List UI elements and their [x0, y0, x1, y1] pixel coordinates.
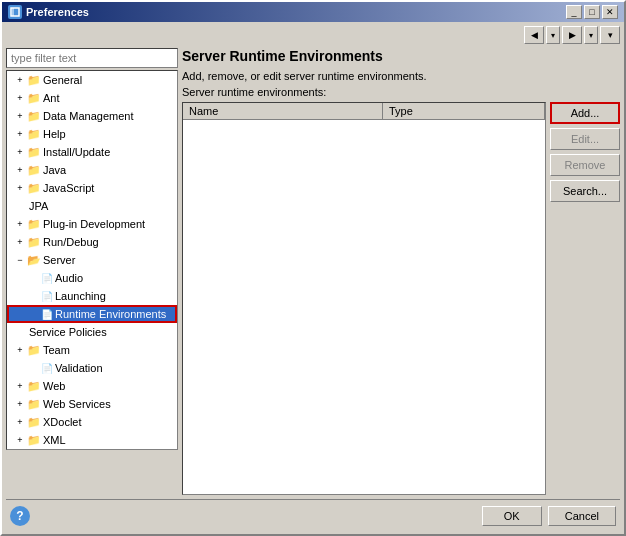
sidebar-item-runtime-environments[interactable]: +📄Runtime Environments — [7, 305, 177, 323]
sidebar-item-jpa[interactable]: + JPA — [7, 197, 177, 215]
filter-input[interactable] — [6, 48, 178, 68]
expand-icon: + — [13, 91, 27, 105]
sidebar-item-xml[interactable]: +📁XML — [7, 431, 177, 449]
sidebar-item-install-update[interactable]: +📁Install/Update — [7, 143, 177, 161]
name-column-header: Name — [183, 103, 383, 119]
table-body — [183, 120, 545, 494]
type-column-header: Type — [383, 103, 545, 119]
window-title: Preferences — [26, 6, 89, 18]
expand-icon: + — [13, 181, 27, 195]
expand-icon: + — [13, 145, 27, 159]
sidebar-item-web[interactable]: +📁Web — [7, 377, 177, 395]
table-label: Server runtime environments: — [182, 86, 620, 98]
sidebar-item-validation[interactable]: +📄Validation — [7, 359, 177, 377]
sidebar-item-data-management[interactable]: +📁Data Management — [7, 107, 177, 125]
expand-icon: + — [13, 127, 27, 141]
sidebar-item-xdoclet[interactable]: +📁XDoclet — [7, 413, 177, 431]
ok-cancel-buttons: OK Cancel — [482, 506, 616, 526]
expand-icon: + — [13, 415, 27, 429]
expand-icon: + — [13, 433, 27, 447]
expand-icon: − — [13, 253, 27, 267]
search-button[interactable]: Search... — [550, 180, 620, 202]
forward-button[interactable]: ▶ — [562, 26, 582, 44]
sidebar-container: +📁General +📁Ant +📁Data Management +📁Help — [6, 48, 178, 495]
minimize-button[interactable]: _ — [566, 5, 582, 19]
expand-icon: + — [13, 397, 27, 411]
edit-button[interactable]: Edit... — [550, 128, 620, 150]
nav-arrows: ◀ ▾ ▶ ▾ ▾ — [524, 26, 620, 44]
back-button[interactable]: ◀ — [524, 26, 544, 44]
menu-button[interactable]: ▾ — [600, 26, 620, 44]
sidebar-item-web-services[interactable]: +📁Web Services — [7, 395, 177, 413]
expand-icon: + — [13, 379, 27, 393]
footer: ? OK Cancel — [6, 499, 620, 530]
sidebar-item-javascript[interactable]: +📁JavaScript — [7, 179, 177, 197]
expand-icon: + — [13, 109, 27, 123]
action-buttons: Add... Edit... Remove Search... — [550, 102, 620, 495]
table-area: Name Type Add... Edit... Remove Search..… — [182, 102, 620, 495]
cancel-button[interactable]: Cancel — [548, 506, 616, 526]
sidebar-item-help[interactable]: +📁Help — [7, 125, 177, 143]
svg-rect-0 — [11, 8, 19, 16]
sidebar-item-java[interactable]: +📁Java — [7, 161, 177, 179]
expand-icon: + — [13, 343, 27, 357]
sidebar-item-team[interactable]: +📁Team — [7, 341, 177, 359]
expand-icon: + — [13, 163, 27, 177]
sidebar-item-audio[interactable]: +📄Audio — [7, 269, 177, 287]
table-header: Name Type — [183, 103, 545, 120]
help-button[interactable]: ? — [10, 506, 30, 526]
expand-icon: + — [13, 73, 27, 87]
content-description: Add, remove, or edit server runtime envi… — [182, 70, 620, 82]
add-button[interactable]: Add... — [550, 102, 620, 124]
close-button[interactable]: ✕ — [602, 5, 618, 19]
content-title: Server Runtime Environments — [182, 48, 620, 64]
content-panel: Server Runtime Environments Add, remove,… — [182, 48, 620, 495]
remove-button[interactable]: Remove — [550, 154, 620, 176]
expand-icon: + — [13, 217, 27, 231]
environments-table: Name Type — [182, 102, 546, 495]
back-dropdown[interactable]: ▾ — [546, 26, 560, 44]
main-area: +📁General +📁Ant +📁Data Management +📁Help — [6, 48, 620, 495]
window-body: ◀ ▾ ▶ ▾ ▾ +📁General +📁Ant — [2, 22, 624, 534]
forward-dropdown[interactable]: ▾ — [584, 26, 598, 44]
toolbar: ◀ ▾ ▶ ▾ ▾ — [6, 26, 620, 44]
sidebar-item-service-policies[interactable]: + Service Policies — [7, 323, 177, 341]
sidebar-item-general[interactable]: +📁General — [7, 71, 177, 89]
preferences-window: Preferences _ □ ✕ ◀ ▾ ▶ ▾ ▾ — [0, 0, 626, 536]
sidebar-item-run-debug[interactable]: +📁Run/Debug — [7, 233, 177, 251]
expand-icon: + — [13, 235, 27, 249]
sidebar-item-launching[interactable]: +📄Launching — [7, 287, 177, 305]
sidebar-item-server[interactable]: −📂Server — [7, 251, 177, 269]
sidebar-item-ant[interactable]: +📁Ant — [7, 89, 177, 107]
ok-button[interactable]: OK — [482, 506, 542, 526]
window-icon — [8, 5, 22, 19]
sidebar-item-plugin-development[interactable]: +📁Plug-in Development — [7, 215, 177, 233]
title-bar: Preferences _ □ ✕ — [2, 2, 624, 22]
sidebar-tree: +📁General +📁Ant +📁Data Management +📁Help — [6, 70, 178, 450]
maximize-button[interactable]: □ — [584, 5, 600, 19]
